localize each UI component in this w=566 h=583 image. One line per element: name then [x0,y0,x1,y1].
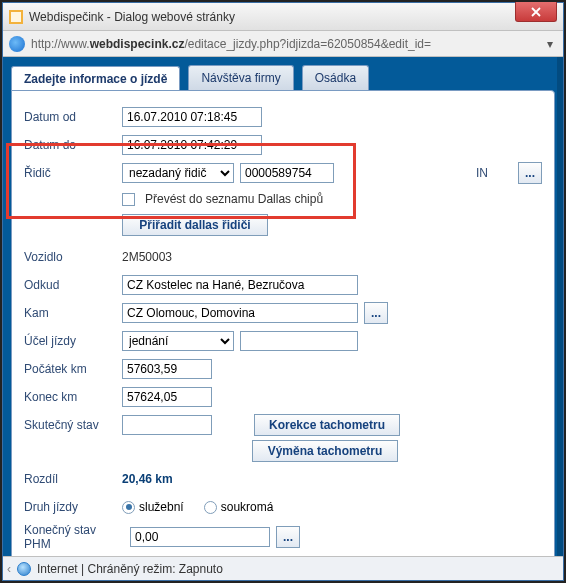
input-datum-do[interactable] [122,135,262,155]
svg-rect-1 [11,12,21,22]
form-panel: Datum od Datum do Řidič nezadaný řidič I… [11,90,555,556]
label-prevest-dallas: Převést do seznamu Dallas chipů [145,192,323,206]
input-kam[interactable] [122,303,358,323]
input-ucel-extra[interactable] [240,331,358,351]
label-datum-do: Datum do [24,138,116,152]
label-datum-od: Datum od [24,110,116,124]
label-soukroma: soukromá [221,500,274,514]
label-rozdil: Rozdíl [24,472,116,486]
label-vin: IN [476,166,488,180]
input-datum-od[interactable] [122,107,262,127]
label-konecny-phm: Konečný stav PHM [24,523,124,551]
label-pocatek-km: Počátek km [24,362,116,376]
status-chevron-icon: ‹ [7,562,11,576]
close-icon [531,7,541,17]
assign-dallas-button[interactable]: Přiřadit dallas řidiči [122,214,268,236]
radio-sluzebni[interactable] [122,501,135,514]
phm-more-button[interactable]: ... [276,526,300,548]
label-sluzebni: služební [139,500,184,514]
label-ridic: Řidič [24,166,116,180]
label-kam: Kam [24,306,116,320]
tab-crew[interactable]: Osádka [302,65,369,90]
input-skutecny-stav[interactable] [122,415,212,435]
label-vozidlo: Vozidlo [24,250,116,264]
status-bar: ‹ Internet | Chráněný režim: Zapnuto [3,556,563,580]
input-dallas-number[interactable] [240,163,334,183]
status-text: Internet | Chráněný režim: Zapnuto [37,562,223,576]
value-rozdil: 20,46 km [122,472,173,486]
tab-strip: Zadejte informace o jízdě Návštěva firmy… [11,65,555,90]
window-close-button[interactable] [515,2,557,22]
vin-more-button[interactable]: ... [518,162,542,184]
label-druh: Druh jízdy [24,500,116,514]
checkbox-prevest-dallas[interactable] [122,193,135,206]
label-ucel: Účel jízdy [24,334,116,348]
input-odkud[interactable] [122,275,358,295]
ie-icon [9,36,25,52]
window-title: Webdispečink - Dialog webové stránky [29,10,235,24]
url-text: http://www.webdispecink.cz/editace_jizdy… [31,37,543,51]
content-area: Zadejte informace o jízdě Návštěva firmy… [3,57,563,556]
input-konecny-phm[interactable] [130,527,270,547]
input-pocatek-km[interactable] [122,359,212,379]
select-ucel[interactable]: jednání [122,331,234,351]
value-vozidlo: 2M50003 [122,250,172,264]
tacho-correction-button[interactable]: Korekce tachometru [254,414,400,436]
radio-soukroma[interactable] [204,501,217,514]
input-konec-km[interactable] [122,387,212,407]
tacho-exchange-button[interactable]: Výměna tachometru [252,440,398,462]
internet-zone-icon [17,562,31,576]
label-konec-km: Konec km [24,390,116,404]
scrollbar-placeholder [557,57,563,556]
address-dropdown-icon[interactable]: ▾ [543,37,557,51]
kam-more-button[interactable]: ... [364,302,388,324]
tab-ride-info[interactable]: Zadejte informace o jízdě [11,66,180,91]
select-ridic[interactable]: nezadaný řidič [122,163,234,183]
app-favicon-icon [9,10,23,24]
tab-company-visit[interactable]: Návštěva firmy [188,65,293,90]
title-bar: Webdispečink - Dialog webové stránky [3,3,563,31]
label-skutecny-stav: Skutečný stav [24,418,116,432]
label-odkud: Odkud [24,278,116,292]
address-bar: http://www.webdispecink.cz/editace_jizdy… [3,31,563,57]
